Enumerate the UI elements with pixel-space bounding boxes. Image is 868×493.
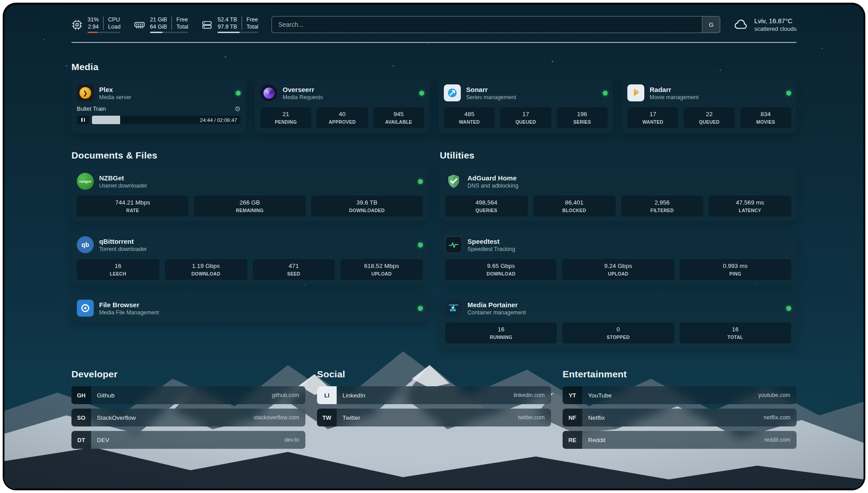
stat-box: 39.6 TB DOWNLOADED bbox=[311, 196, 423, 217]
stat-box: 16 TOTAL bbox=[680, 322, 791, 343]
bookmark-github[interactable]: GH Github github.com bbox=[71, 386, 305, 404]
disk-icon bbox=[201, 19, 213, 30]
filebrowser-icon[interactable] bbox=[77, 300, 94, 317]
stat-value: 196 bbox=[559, 111, 605, 117]
stat-value: 9.65 Gbps bbox=[448, 263, 554, 269]
cpu-load-label: Load bbox=[108, 24, 121, 30]
app-name-portainer[interactable]: Media Portainer bbox=[467, 301, 526, 309]
documents-column: Documents & Files nzbget NZBGet Usenet d… bbox=[71, 150, 428, 348]
app-name-adguard[interactable]: AdGuard Home bbox=[467, 174, 518, 182]
sonarr-icon[interactable] bbox=[444, 84, 461, 101]
bookmark-dev[interactable]: DT DEV dev.to bbox=[71, 431, 305, 449]
bookmark-url: linkedin.com bbox=[514, 392, 545, 398]
stat-label: DOWNLOAD bbox=[167, 271, 245, 276]
search-input[interactable] bbox=[271, 16, 720, 33]
stat-label: PENDING bbox=[263, 119, 309, 125]
memory-icon bbox=[134, 19, 145, 30]
entertainment-links: Entertainment YT YouTube youtube.com NF … bbox=[563, 369, 797, 449]
stat-label: STOPPED bbox=[565, 334, 671, 340]
bookmark-twitter[interactable]: TW Twitter twitter.com bbox=[317, 409, 551, 426]
social-section-title: Social bbox=[317, 369, 551, 380]
overseerr-icon[interactable] bbox=[260, 84, 277, 101]
youtube-icon: YT bbox=[563, 386, 582, 404]
app-name-sonarr[interactable]: Sonarr bbox=[466, 86, 516, 93]
stat-value: 945 bbox=[376, 111, 421, 117]
stat-label: BLOCKED bbox=[536, 208, 613, 213]
bookmark-stackoverflow[interactable]: SO StackOverflow stackoverflow.com bbox=[71, 409, 305, 426]
stat-label: LATENCY bbox=[711, 208, 789, 213]
stat-value: 471 bbox=[255, 263, 333, 269]
app-name-qbittorrent[interactable]: qBittorrent bbox=[99, 238, 147, 245]
bookmark-reddit[interactable]: RE Reddit reddit.com bbox=[563, 431, 797, 449]
stat-value: 744.21 Mbps bbox=[79, 199, 186, 206]
memory-widget: 21 GiB 64 GiB Free Total bbox=[134, 17, 188, 33]
bookmark-youtube[interactable]: YT YouTube youtube.com bbox=[563, 386, 797, 404]
app-name-overseerr[interactable]: Overseerr bbox=[283, 86, 323, 93]
app-desc-adguard: DNS and adblocking bbox=[467, 183, 518, 189]
speedtest-logo-glyph bbox=[448, 239, 459, 251]
bookmark-url: stackoverflow.com bbox=[254, 414, 299, 421]
stat-value: 16 bbox=[682, 326, 789, 333]
app-desc-filebrowser: Media File Management bbox=[99, 309, 159, 316]
plex-logo-glyph: ❯ bbox=[79, 87, 91, 99]
stat-label: DOWNLOAD bbox=[448, 271, 554, 276]
app-name-nzbget[interactable]: NZBGet bbox=[99, 174, 147, 182]
radarr-icon[interactable] bbox=[627, 84, 644, 101]
top-bar: 31% 2.94 CPU Load bbox=[71, 16, 797, 33]
stat-label: SEED bbox=[255, 271, 333, 276]
memory-free-label: Free bbox=[176, 17, 188, 23]
stat-box: 471 SEED bbox=[253, 259, 335, 280]
portainer-icon[interactable] bbox=[445, 300, 462, 317]
stat-box: 16 LEECH bbox=[77, 259, 159, 280]
cpu-icon bbox=[71, 19, 83, 30]
cpu-usage-bar bbox=[88, 32, 121, 33]
qbittorrent-logo-glyph: qb bbox=[81, 241, 89, 248]
app-name-plex[interactable]: Plex bbox=[99, 86, 131, 93]
app-name-filebrowser[interactable]: File Browser bbox=[99, 301, 159, 309]
pause-button[interactable] bbox=[77, 116, 89, 124]
app-name-speedtest[interactable]: Speedtest bbox=[467, 238, 515, 245]
adguard-icon[interactable] bbox=[445, 173, 462, 190]
memory-total-label: Total bbox=[176, 24, 188, 30]
bookmark-name: YouTube bbox=[588, 392, 612, 399]
bookmark-netflix[interactable]: NF Netflix netflix.com bbox=[563, 409, 797, 426]
qbittorrent-icon[interactable]: qb bbox=[77, 236, 94, 253]
stat-box: 618.52 Mbps UPLOAD bbox=[340, 259, 423, 280]
stat-label: AVAILABLE bbox=[376, 119, 421, 125]
stat-box: 86,401 BLOCKED bbox=[533, 196, 616, 217]
stat-label: UPLOAD bbox=[565, 271, 671, 276]
stat-box: 2,956 FILTERED bbox=[621, 196, 704, 217]
filebrowser-card: File Browser Media File Management bbox=[71, 295, 428, 322]
bookmark-name: Reddit bbox=[588, 437, 605, 443]
stat-value: 2,956 bbox=[624, 199, 701, 206]
playback-progress-bar[interactable]: 24:44 / 02:06:47 bbox=[92, 116, 241, 124]
bookmark-url: netflix.com bbox=[764, 414, 790, 421]
speedtest-icon[interactable] bbox=[445, 236, 462, 253]
stat-value: 0 bbox=[565, 326, 671, 333]
stat-box: 498,564 QUERIES bbox=[445, 196, 528, 217]
app-name-radarr[interactable]: Radarr bbox=[650, 86, 699, 93]
stat-box: 485 WANTED bbox=[444, 107, 495, 128]
stat-value: 618.52 Mbps bbox=[343, 263, 420, 269]
utilities-section-title: Utilities bbox=[440, 150, 797, 161]
stat-label: FILTERED bbox=[624, 208, 701, 213]
cpu-label: CPU bbox=[108, 17, 121, 23]
stat-value: 266 GB bbox=[196, 199, 303, 206]
stat-label: QUEUED bbox=[686, 119, 732, 125]
cpu-load-value: 2.94 bbox=[88, 24, 99, 30]
app-desc-radarr: Movie management bbox=[650, 94, 699, 100]
bookmark-linkedin[interactable]: LI LinkedIn linkedin.com bbox=[317, 386, 551, 404]
status-online-dot bbox=[418, 306, 423, 311]
status-online-dot bbox=[603, 91, 608, 96]
plex-icon[interactable]: ❯ bbox=[77, 84, 94, 101]
app-desc-plex: Media server bbox=[99, 94, 131, 100]
stat-box: 47.569 ms LATENCY bbox=[709, 196, 791, 217]
stat-box: 17 QUEUED bbox=[500, 107, 551, 128]
nzbget-icon[interactable]: nzbget bbox=[77, 173, 94, 190]
adguard-card: AdGuard Home DNS and adblocking 498,564 … bbox=[440, 168, 797, 221]
status-online-dot bbox=[418, 179, 423, 184]
bookmark-name: DEV bbox=[97, 437, 109, 443]
gear-icon[interactable]: ⚙ bbox=[235, 105, 241, 112]
search-engine-button[interactable]: G bbox=[702, 17, 720, 33]
stat-label: QUERIES bbox=[448, 208, 525, 213]
